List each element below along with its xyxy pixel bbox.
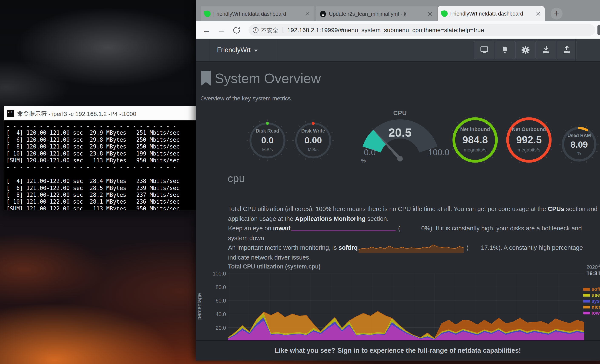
gauge-value: 0.0 (242, 135, 293, 146)
gear-icon (521, 46, 530, 55)
navbar-divider (575, 39, 576, 61)
gauge-label: Used RAM (556, 133, 600, 138)
gauge-label: Net Inbound (448, 126, 503, 132)
import-settings-button[interactable] (536, 41, 556, 59)
address-bar[interactable]: i 不安全 192.168.2.1:19999/#menu_system_sub… (249, 24, 595, 36)
page-subtitle: Overview of the key system metrics. (200, 95, 292, 102)
tab-close-icon[interactable] (304, 11, 311, 17)
chart-timestamp-date: 2020年3 (586, 263, 600, 271)
gauge-label: Disk Read (242, 128, 293, 134)
back-button[interactable]: ← (202, 25, 211, 35)
gauge-value: 0.00 (288, 135, 339, 146)
terminal-output: - - - - - - - - - - - - - - - - - - - - … (6, 122, 193, 210)
gauge-unit: MiB/s (288, 147, 339, 152)
browser-toolbar: ← → i 不安全 192.168.2.1:19999/#menu_system… (196, 21, 600, 39)
gauge-unit: MiB/s (242, 147, 293, 152)
url-text[interactable]: 192.168.2.1:19999/#menu_system_submenu_c… (287, 27, 484, 34)
gauge-used-ram[interactable]: Used RAM 8.09 % (556, 121, 600, 168)
softirq-sparkline (358, 243, 464, 253)
signin-link[interactable]: Sign in (338, 347, 359, 355)
y-tick: 80.0 (204, 284, 226, 290)
description-line: indicate network driver issues. (228, 253, 600, 262)
cpu-utilization-chart[interactable] (228, 273, 584, 341)
legend-item-system[interactable]: system (583, 298, 600, 304)
gauge-net-outbound[interactable]: Net Outbound 992.5 megabits/s (501, 112, 557, 168)
navbar-divider (277, 39, 277, 61)
description-line: An important metric worth monitoring, is… (228, 243, 600, 253)
gauge-unit: megabits/s (448, 147, 503, 153)
netdata-navbar: FriendlyWrt (196, 39, 600, 62)
upload-icon (562, 46, 571, 54)
terminal-titlebar[interactable]: C:\ 命令提示符 - iperf3 -c 192.168.1.2 -P4 -t… (4, 106, 196, 121)
gauge-label: CPU (355, 109, 445, 117)
gauge-cpu[interactable]: CPU 20.5 0.0 100.0 % (355, 106, 445, 176)
new-tab-button[interactable]: + (551, 8, 562, 19)
forward-button[interactable]: → (217, 25, 226, 35)
legend-item-user[interactable]: user (583, 292, 600, 298)
tab-separator (315, 9, 315, 18)
netdata-favicon-icon (441, 10, 448, 17)
tab-netdata-active[interactable]: FriendlyWrt netdata dashboard (438, 6, 545, 21)
section-heading: cpu (228, 172, 245, 185)
page-title: System Overview (215, 71, 321, 86)
monitor-icon (480, 46, 488, 54)
download-icon (542, 46, 550, 54)
bell-icon (501, 46, 509, 54)
softirq-value: 17.1 (469, 243, 493, 253)
iowait-sparkline (291, 225, 395, 233)
y-tick: 20.0 (204, 325, 226, 331)
terminal-body[interactable]: - - - - - - - - - - - - - - - - - - - - … (4, 121, 196, 210)
gauge-value: 992.5 (501, 134, 557, 146)
gauge-unit: % (556, 151, 600, 156)
reload-button[interactable] (232, 26, 241, 35)
tab-strip: FriendlyWrt netdata dashboard Update r2s… (196, 0, 600, 21)
description-line: Keep an eye on iowait (0%). If it is con… (228, 224, 600, 233)
signin-text: to experience the full-range of netdata … (362, 347, 521, 355)
terminal-window[interactable]: C:\ 命令提示符 - iperf3 -c 192.168.1.2 -P4 -t… (4, 106, 196, 210)
description-line: system down. (228, 233, 600, 243)
chart-timestamp-time: 16:31:2 (586, 270, 600, 277)
description-line: Total CPU utilization (all cores). 100% … (228, 204, 600, 214)
gauge-disk-read[interactable]: Disk Read 0.0 MiB/s (242, 115, 293, 166)
terminal-title: 命令提示符 - iperf3 -c 192.168.1.2 -P4 -t1000 (17, 109, 136, 118)
omnibox-divider (282, 27, 283, 33)
desktop: { "terminal": { "title": "命令提示符 - iperf3… (0, 0, 600, 364)
legend-swatch (583, 312, 590, 314)
tab-title: FriendlyWrt netdata dashboard (450, 11, 532, 17)
tab-github[interactable]: Update r2s_lean_minimal.yml · k (316, 6, 437, 21)
gauge-disk-write[interactable]: Disk Write 0.00 MiB/s (288, 115, 339, 166)
applications-monitoring-link[interactable]: Applications Monitoring (295, 215, 366, 222)
signin-text: Like what you see? (275, 347, 335, 355)
export-settings-button[interactable] (557, 41, 577, 59)
legend-item-softirq[interactable]: softirq (583, 286, 600, 292)
gauge-value: 984.8 (448, 134, 503, 146)
tab-title: Update r2s_lean_minimal.yml · k (329, 11, 424, 17)
security-label[interactable]: 不安全 (261, 26, 278, 34)
legend-item-nice[interactable]: nice (583, 304, 600, 310)
gauge-min: 0.0 (357, 148, 383, 157)
cpus-link[interactable]: CPUs (548, 205, 564, 212)
alarms-button[interactable] (495, 41, 515, 59)
nodes-view-button[interactable] (474, 41, 494, 59)
gauge-value: 20.5 (355, 126, 445, 139)
extension-icon[interactable] (598, 25, 600, 35)
tab-close-icon[interactable] (535, 10, 541, 17)
legend-swatch (583, 288, 590, 291)
page-title-row: System Overview (201, 70, 321, 86)
iowait-value: 0 (400, 224, 425, 233)
netdata-favicon-icon (204, 10, 211, 18)
tab-close-icon[interactable] (427, 11, 433, 17)
site-info-icon[interactable]: i (253, 27, 259, 33)
legend-swatch (583, 294, 590, 297)
gauge-net-inbound[interactable]: Net Inbound 984.8 megabits/s (448, 112, 503, 168)
description-line: application usage at the Applications Mo… (228, 214, 600, 224)
y-tick: 40.0 (204, 311, 226, 317)
settings-button[interactable] (515, 41, 535, 59)
browser-window: FriendlyWrt netdata dashboard Update r2s… (196, 0, 600, 361)
legend-item-iowait[interactable]: iowait (583, 310, 600, 316)
tab-netdata-1[interactable]: FriendlyWrt netdata dashboard (201, 6, 314, 21)
host-dropdown[interactable]: FriendlyWrt (217, 39, 258, 61)
github-favicon-icon (319, 10, 326, 17)
bookmark-icon (201, 70, 211, 86)
host-name: FriendlyWrt (217, 46, 251, 54)
